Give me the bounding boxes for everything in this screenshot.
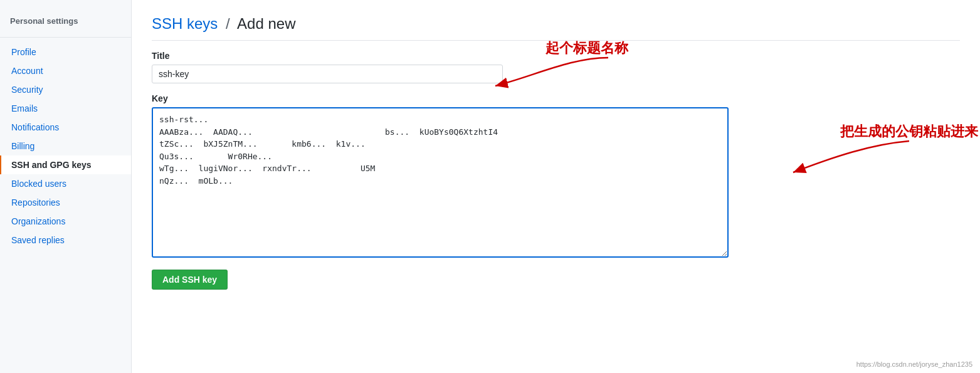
main-content: SSH keys / Add new Title Key <span class… [132,0,980,373]
breadcrumb-current: Add new [237,15,295,32]
annotation-text-1: 起个标题名称 [545,39,628,58]
sidebar-item-security[interactable]: Security [0,80,131,99]
page-title: SSH keys / Add new [152,15,960,41]
sidebar-item-blocked-users[interactable]: Blocked users [0,174,131,193]
sidebar-item-ssh-gpg-keys[interactable]: SSH and GPG keys [0,155,131,174]
title-input[interactable] [152,65,503,83]
sidebar: Personal settings Profile Account Securi… [0,0,132,373]
key-label: Key [152,93,960,103]
sidebar-item-account[interactable]: Account [0,61,131,80]
sidebar-divider [0,37,131,38]
annotation-text-2: 把生成的公钥粘贴进来 [840,122,978,141]
breadcrumb-divider: / [226,15,230,32]
key-textarea[interactable]: <span class="key-line">ssh-rst...</span>… [152,107,729,258]
sidebar-item-saved-replies[interactable]: Saved replies [0,231,131,250]
sidebar-item-emails[interactable]: Emails [0,99,131,118]
sidebar-item-notifications[interactable]: Notifications [0,118,131,137]
footer-url: https://blog.csdn.net/joryse_zhan1235 [856,360,972,368]
key-form-group: Key <span class="key-line">ssh-rst...</s… [152,93,960,260]
add-ssh-key-button[interactable]: Add SSH key [152,270,228,290]
sidebar-item-repositories[interactable]: Repositories [0,193,131,212]
sidebar-item-billing[interactable]: Billing [0,137,131,155]
sidebar-header: Personal settings [0,13,131,32]
breadcrumb-link[interactable]: SSH keys [152,15,218,32]
sidebar-item-organizations[interactable]: Organizations [0,212,131,231]
sidebar-item-profile[interactable]: Profile [0,43,131,61]
